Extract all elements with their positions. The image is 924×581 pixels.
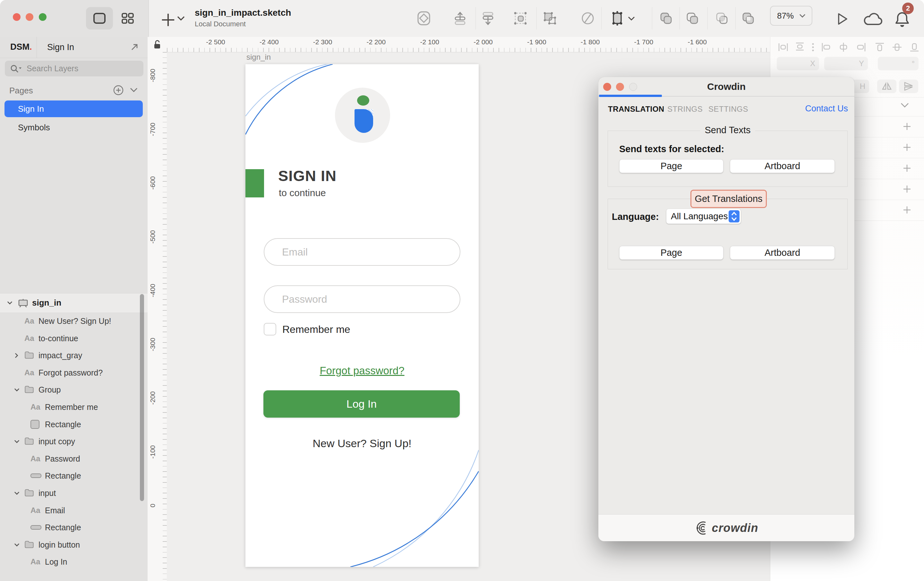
tab-current-page[interactable]: Sign In: [47, 42, 74, 52]
layer-row[interactable]: AaForgot password?: [0, 364, 148, 381]
signin-heading[interactable]: SIGN IN: [278, 167, 337, 185]
page-item[interactable]: Sign In: [5, 101, 143, 117]
add-style-icon[interactable]: [903, 185, 911, 194]
send-page-button[interactable]: Page: [619, 159, 723, 173]
collapse-pages-icon[interactable]: [130, 87, 138, 93]
layer-row[interactable]: AaRemember me: [0, 398, 148, 416]
align-middle-vertical-icon[interactable]: [892, 42, 903, 53]
layer-row[interactable]: impact_gray: [0, 347, 148, 364]
minimize-button[interactable]: [26, 13, 33, 21]
subtract-icon[interactable]: [685, 11, 700, 26]
open-external-icon[interactable]: [130, 43, 139, 52]
chevron-right-icon[interactable]: [15, 353, 18, 358]
layer-row[interactable]: AaNew User? Sign Up!: [0, 312, 148, 329]
artboard-title-label[interactable]: sign_in: [246, 53, 271, 61]
email-field[interactable]: Email: [264, 238, 460, 266]
difference-icon[interactable]: [741, 11, 756, 26]
get-artboard-button[interactable]: Artboard: [730, 246, 835, 260]
sign-up-text[interactable]: New User? Sign Up!: [246, 437, 478, 450]
language-dropdown[interactable]: All Languages: [667, 209, 741, 224]
flip-horizontal-button[interactable]: [877, 79, 896, 93]
grid-view-button[interactable]: [114, 7, 141, 30]
flip-vertical-button[interactable]: [899, 79, 918, 93]
move-backward-icon[interactable]: [480, 11, 496, 26]
group-icon[interactable]: [513, 11, 528, 26]
intersect-icon[interactable]: [714, 11, 729, 26]
canvas-view-button[interactable]: [86, 7, 113, 30]
preview-play-icon[interactable]: [835, 12, 850, 26]
chevron-down-icon[interactable]: [14, 388, 20, 392]
layer-root-label: sign_in: [32, 298, 61, 308]
add-icon[interactable]: [160, 12, 176, 28]
tab-translation[interactable]: TRANSLATION: [608, 105, 665, 114]
layer-row[interactable]: login button: [0, 536, 148, 553]
align-left-icon[interactable]: [821, 42, 832, 53]
get-translations-button[interactable]: Get Translations: [690, 190, 767, 208]
tab-settings[interactable]: SETTINGS: [708, 105, 748, 114]
lock-icon[interactable]: [153, 40, 162, 50]
artboard-chevron-icon[interactable]: [627, 16, 635, 21]
logo-green-dot[interactable]: [357, 95, 369, 106]
sidebar-scrollbar[interactable]: [140, 294, 144, 501]
chevron-down-icon[interactable]: [14, 543, 20, 547]
distribute-horizontal-icon[interactable]: [778, 42, 789, 53]
move-forward-icon[interactable]: [453, 11, 468, 26]
layer-row[interactable]: Aato-continue: [0, 329, 148, 347]
add-style-icon[interactable]: [903, 164, 911, 173]
no-fill-icon[interactable]: [580, 11, 596, 26]
add-style-icon[interactable]: [903, 143, 911, 152]
ungroup-icon[interactable]: [542, 11, 558, 26]
search-layers-input[interactable]: Search Layers: [5, 61, 144, 76]
section-collapse-icon[interactable]: [900, 102, 909, 108]
add-style-icon[interactable]: [903, 205, 911, 214]
layer-row[interactable]: AaEmail: [0, 502, 148, 519]
tab-dsm[interactable]: DSM.: [10, 42, 32, 52]
zoom-button[interactable]: [39, 13, 46, 21]
password-field[interactable]: Password: [264, 285, 460, 313]
log-in-button[interactable]: Log In: [263, 390, 460, 418]
align-right-icon[interactable]: [856, 42, 866, 53]
layer-row[interactable]: Rectangle: [0, 467, 148, 484]
more-options-icon[interactable]: [810, 42, 817, 53]
contact-us-link[interactable]: Contact Us: [805, 104, 848, 114]
forgot-password-link[interactable]: Forgot password?: [246, 365, 478, 377]
document-title-block[interactable]: sign_in_impact.sketch Local Document: [195, 8, 291, 28]
page-item[interactable]: Symbols: [5, 119, 143, 136]
align-bottom-icon[interactable]: [909, 42, 920, 53]
y-position-field[interactable]: Y: [824, 57, 868, 70]
layer-row[interactable]: input: [0, 484, 148, 502]
rotation-field[interactable]: °: [878, 57, 919, 70]
remember-me-checkbox[interactable]: [264, 323, 276, 336]
distribute-vertical-icon[interactable]: [794, 42, 805, 53]
add-page-icon[interactable]: [113, 85, 124, 96]
add-chevron-icon[interactable]: [177, 15, 185, 21]
layer-row[interactable]: Group: [0, 381, 148, 398]
layer-row[interactable]: Rectangle: [0, 519, 148, 536]
artboard[interactable]: SIGN IN to continue Email Password Remem…: [246, 64, 478, 567]
align-center-horizontal-icon[interactable]: [838, 42, 849, 53]
close-button[interactable]: [13, 13, 21, 21]
send-artboard-button[interactable]: Artboard: [730, 159, 835, 173]
layer-root-row[interactable]: sign_in: [0, 293, 148, 313]
chevron-down-icon[interactable]: [14, 440, 20, 443]
symbols-icon[interactable]: [416, 11, 432, 26]
chevron-down-icon[interactable]: [7, 301, 13, 305]
insert-artboard-icon[interactable]: [610, 11, 625, 26]
impact-green-rectangle[interactable]: [246, 169, 264, 197]
layer-row[interactable]: AaPassword: [0, 450, 148, 467]
zoom-level-dropdown[interactable]: 87%: [770, 6, 812, 26]
layer-row[interactable]: AaLog In: [0, 553, 148, 570]
union-icon[interactable]: [658, 11, 674, 26]
signin-subheading[interactable]: to continue: [279, 187, 326, 199]
layer-row[interactable]: input copy: [0, 433, 148, 450]
add-style-icon[interactable]: [903, 122, 911, 131]
chevron-down-icon[interactable]: [14, 492, 20, 495]
logo-blue-drop[interactable]: [355, 109, 373, 133]
cloud-icon[interactable]: [863, 12, 885, 26]
align-top-icon[interactable]: [874, 42, 885, 53]
layer-row[interactable]: Rectangle: [0, 416, 148, 433]
x-position-field[interactable]: X: [777, 57, 819, 70]
tab-strings[interactable]: STRINGS: [667, 105, 703, 114]
remember-me-label[interactable]: Remember me: [282, 324, 350, 336]
get-page-button[interactable]: Page: [619, 246, 723, 260]
